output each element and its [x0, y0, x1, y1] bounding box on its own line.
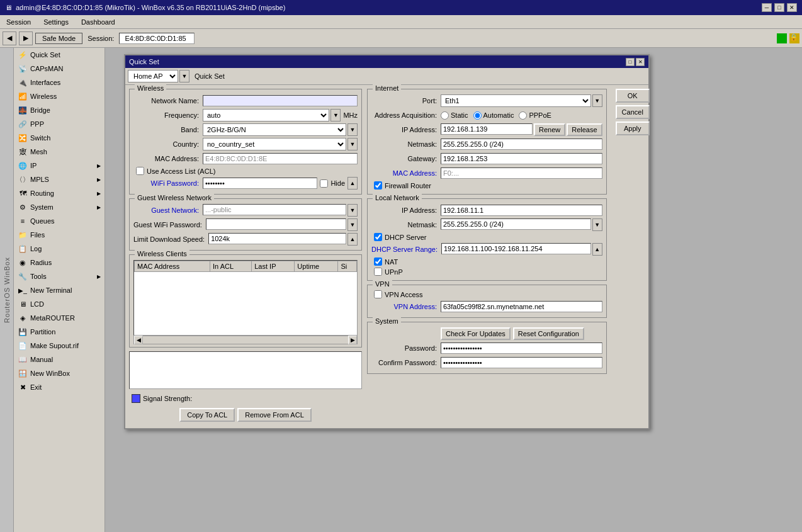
- wifi-password-input[interactable]: [203, 178, 317, 189]
- confirm-password-input[interactable]: [441, 357, 602, 368]
- guest-password-dropdown[interactable]: ▼: [347, 218, 358, 231]
- sidebar-item-log[interactable]: 📋 Log: [14, 242, 104, 256]
- port-dropdown[interactable]: ▼: [592, 94, 602, 107]
- sidebar-item-mesh[interactable]: 🕸 Mesh: [14, 145, 104, 159]
- forward-button[interactable]: ▶: [19, 31, 33, 45]
- col-last-ip[interactable]: Last IP: [252, 261, 295, 272]
- frequency-select[interactable]: auto: [203, 109, 329, 122]
- maximize-button[interactable]: □: [774, 3, 784, 12]
- mode-dropdown-arrow[interactable]: ▼: [179, 70, 189, 82]
- band-select[interactable]: 2GHz-B/G/N: [203, 123, 346, 136]
- network-name-input[interactable]: [203, 95, 358, 106]
- radio-static-input[interactable]: [441, 111, 449, 120]
- radio-static[interactable]: Static: [441, 111, 468, 120]
- sidebar-item-files[interactable]: 📁 Files: [14, 228, 104, 242]
- local-ip-input[interactable]: [441, 205, 602, 216]
- dhcp-range-input[interactable]: [441, 243, 591, 254]
- limit-speed-arrow[interactable]: ▲: [347, 233, 358, 246]
- radio-automatic[interactable]: Automatic: [473, 111, 514, 120]
- minimize-button[interactable]: ─: [762, 3, 772, 12]
- sidebar-item-switch[interactable]: 🔀 Switch: [14, 131, 104, 145]
- band-dropdown[interactable]: ▼: [347, 123, 358, 136]
- local-netmask-dropdown[interactable]: ▼: [592, 218, 602, 231]
- vpn-access-checkbox[interactable]: [374, 290, 382, 298]
- local-netmask-input[interactable]: [441, 218, 591, 230]
- sidebar-item-quick-set[interactable]: ⚡ Quick Set: [14, 48, 104, 62]
- dhcp-server-checkbox[interactable]: [374, 233, 382, 241]
- country-dropdown[interactable]: ▼: [347, 138, 358, 150]
- ok-button[interactable]: OK: [616, 89, 650, 103]
- sidebar-item-interfaces[interactable]: 🔌 Interfaces: [14, 76, 104, 89]
- close-button[interactable]: ✕: [787, 3, 797, 12]
- renew-button[interactable]: Renew: [534, 123, 565, 136]
- radio-automatic-input[interactable]: [473, 111, 482, 120]
- dialog-maximize-button[interactable]: □: [626, 58, 635, 66]
- password-input[interactable]: [441, 342, 602, 354]
- sidebar-item-mpls[interactable]: 〈〉 MPLS: [14, 173, 104, 186]
- nat-checkbox[interactable]: [374, 258, 382, 266]
- sidebar-item-radius[interactable]: ◉ Radius: [14, 256, 104, 269]
- back-button[interactable]: ◀: [3, 31, 16, 45]
- guest-wireless-group: Guest Wireless Network Guest Network: ▼: [129, 198, 362, 251]
- sidebar-item-wireless[interactable]: 📶 Wireless: [14, 89, 104, 103]
- sidebar-item-ip[interactable]: 🌐 IP: [14, 159, 104, 173]
- safe-mode-button[interactable]: Safe Mode: [35, 33, 82, 44]
- port-select[interactable]: Eth1: [441, 94, 591, 107]
- guest-network-input[interactable]: [203, 204, 346, 215]
- sidebar-item-manual[interactable]: 📖 Manual: [14, 353, 104, 366]
- sidebar-item-capsman[interactable]: 📡 CAPsMAN: [14, 62, 104, 76]
- scroll-left-arrow[interactable]: ◀: [134, 336, 143, 344]
- dhcp-range-arrow[interactable]: ▲: [592, 243, 602, 256]
- mac-address-input[interactable]: [203, 153, 358, 164]
- clients-scrollbar[interactable]: ◀ ▶: [133, 336, 358, 344]
- gateway-input[interactable]: [441, 153, 602, 164]
- cancel-button[interactable]: Cancel: [616, 105, 650, 119]
- copy-to-acl-button[interactable]: Copy To ACL: [179, 408, 235, 422]
- sidebar-item-ppp[interactable]: 🔗 PPP: [14, 117, 104, 131]
- acl-checkbox[interactable]: [136, 167, 144, 175]
- sidebar-item-new-terminal[interactable]: ▶_ New Terminal: [14, 283, 104, 297]
- radio-pppoe[interactable]: PPPoE: [519, 111, 551, 120]
- vpn-address-input[interactable]: [441, 301, 602, 312]
- wifi-password-arrow[interactable]: ▲: [347, 177, 358, 190]
- release-button[interactable]: Release: [567, 123, 602, 136]
- remove-from-acl-button[interactable]: Remove From ACL: [237, 408, 312, 422]
- hide-checkbox[interactable]: [320, 179, 328, 188]
- sidebar-item-exit[interactable]: ✖ Exit: [14, 380, 104, 394]
- sidebar-item-system[interactable]: ⚙ System: [14, 200, 104, 214]
- sidebar-item-new-winbox[interactable]: 🪟 New WinBox: [14, 366, 104, 380]
- menu-session[interactable]: Session: [3, 17, 35, 27]
- sidebar-item-tools[interactable]: 🔧 Tools: [14, 269, 104, 283]
- country-select[interactable]: no_country_set: [203, 138, 346, 150]
- menu-dashboard[interactable]: Dashboard: [77, 17, 119, 27]
- sidebar-item-metarouter[interactable]: ◈ MetaROUTER: [14, 311, 104, 325]
- reset-config-button[interactable]: Reset Configuration: [513, 327, 584, 340]
- upnp-checkbox[interactable]: [374, 268, 382, 276]
- apply-button[interactable]: Apply: [616, 122, 650, 135]
- guest-network-dropdown[interactable]: ▼: [347, 204, 358, 217]
- col-mac[interactable]: MAC Address: [135, 261, 210, 272]
- firewall-checkbox[interactable]: [374, 181, 382, 190]
- internet-mac-input[interactable]: [441, 167, 602, 179]
- sidebar-item-queues[interactable]: ≡ Queues: [14, 214, 104, 228]
- frequency-dropdown[interactable]: ▼: [330, 109, 341, 122]
- col-si[interactable]: Si: [338, 261, 357, 272]
- col-uptime[interactable]: Uptime: [295, 261, 338, 272]
- check-updates-button[interactable]: Check For Updates: [441, 327, 511, 340]
- mode-select[interactable]: Home AP: [128, 70, 178, 82]
- limit-speed-input[interactable]: [208, 233, 346, 244]
- sidebar-item-bridge[interactable]: 🌉 Bridge: [14, 103, 104, 117]
- gateway-row: Gateway:: [371, 152, 602, 165]
- guest-password-input[interactable]: [206, 218, 346, 230]
- col-acl[interactable]: In ACL: [210, 261, 252, 272]
- internet-netmask-input[interactable]: [441, 139, 602, 150]
- dialog-close-button[interactable]: ✕: [636, 58, 645, 66]
- radio-pppoe-input[interactable]: [519, 111, 527, 120]
- sidebar-item-routing[interactable]: 🗺 Routing: [14, 186, 104, 200]
- internet-ip-input[interactable]: [441, 123, 533, 135]
- menu-settings[interactable]: Settings: [40, 17, 72, 27]
- sidebar-item-make-supout[interactable]: 📄 Make Supout.rif: [14, 339, 104, 353]
- scroll-right-arrow[interactable]: ▶: [348, 336, 357, 344]
- sidebar-item-lcd[interactable]: 🖥 LCD: [14, 297, 104, 311]
- sidebar-item-partition[interactable]: 💾 Partition: [14, 325, 104, 339]
